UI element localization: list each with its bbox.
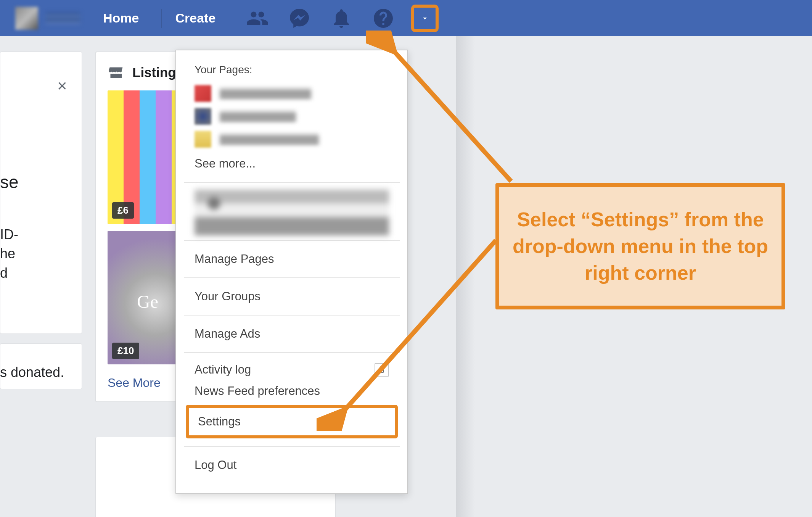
dd-divider	[184, 240, 400, 241]
price-tag-1: £6	[112, 202, 134, 219]
nav-home[interactable]: Home	[103, 11, 139, 26]
dd-page-item[interactable]	[176, 128, 407, 151]
activity-count-badge: 3	[375, 363, 389, 377]
nav-divider	[161, 9, 162, 28]
fragment-id: ID- he d	[0, 225, 18, 283]
friends-icon[interactable]	[246, 7, 269, 30]
profile-name[interactable]	[46, 13, 80, 24]
dd-blurred-profile[interactable]	[195, 190, 389, 235]
nav-create[interactable]: Create	[175, 11, 215, 26]
dd-divider	[184, 315, 400, 316]
dd-settings[interactable]: Settings	[186, 405, 398, 438]
dd-your-pages-label: Your Pages:	[176, 60, 407, 82]
dd-manage-pages[interactable]: Manage Pages	[176, 242, 407, 276]
dd-page-item[interactable]	[176, 82, 407, 105]
dd-divider	[184, 277, 400, 278]
top-navbar: Home Create	[0, 0, 812, 36]
dd-see-more[interactable]: See more...	[176, 151, 407, 180]
dd-divider	[184, 446, 400, 447]
close-icon[interactable]: ×	[57, 76, 67, 95]
dd-manage-ads[interactable]: Manage Ads	[176, 317, 407, 351]
profile-avatar[interactable]	[15, 7, 38, 30]
page-edge-shadow	[456, 0, 475, 517]
notifications-icon[interactable]	[330, 7, 353, 30]
fragment-se: se	[0, 172, 19, 192]
account-dropdown-menu: Your Pages: See more... Manage Pages You…	[175, 50, 408, 494]
store-icon	[108, 64, 125, 81]
help-icon[interactable]	[372, 7, 395, 30]
dd-log-out[interactable]: Log Out	[176, 448, 407, 482]
messenger-icon[interactable]	[288, 7, 311, 30]
dd-activity-log[interactable]: Activity log 3	[176, 354, 407, 380]
dd-divider	[184, 182, 400, 183]
dd-activity-log-label: Activity log	[195, 363, 251, 377]
instruction-callout: Select “Settings” from the drop-down men…	[495, 183, 785, 309]
dd-your-groups[interactable]: Your Groups	[176, 280, 407, 313]
listing-heading: Listing	[132, 65, 176, 80]
account-menu-button[interactable]	[411, 5, 439, 32]
dd-page-item[interactable]	[176, 105, 407, 128]
dd-news-feed-prefs[interactable]: News Feed preferences	[176, 380, 407, 403]
dd-divider	[184, 352, 400, 353]
fragment-donated: s donated.	[0, 364, 64, 380]
side-panel	[0, 52, 82, 334]
chevron-down-icon	[420, 14, 429, 23]
price-tag-2: £10	[112, 343, 139, 359]
